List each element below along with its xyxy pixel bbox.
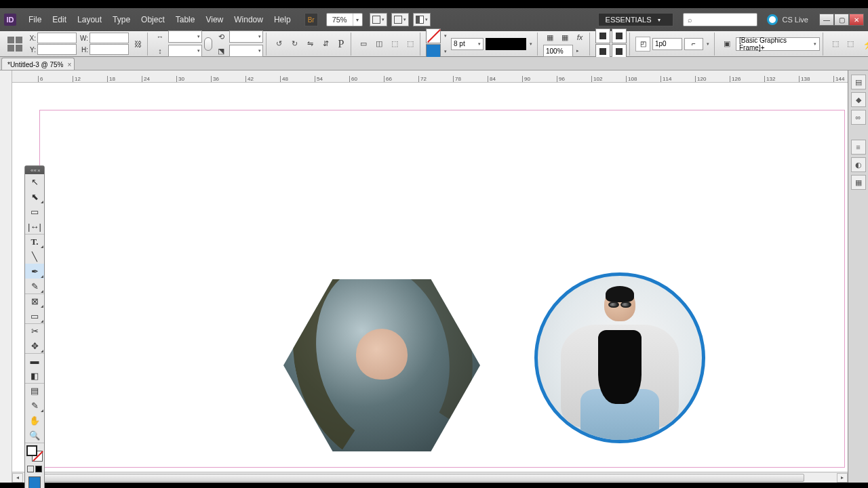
selection-tool[interactable]: ↖: [25, 174, 44, 189]
gradient-swatch-tool[interactable]: ▬: [25, 353, 44, 368]
gradient-feather-tool[interactable]: ◧: [25, 368, 44, 383]
menu-table[interactable]: Table: [170, 12, 201, 27]
canvas[interactable]: [12, 83, 848, 470]
rectangle-frame-tool[interactable]: ⊠: [25, 293, 44, 308]
reference-point-icon[interactable]: [5, 35, 24, 54]
maximize-button[interactable]: ▢: [834, 14, 849, 26]
fit-content-icon[interactable]: ⬚: [829, 37, 842, 51]
hexagon-image-frame[interactable]: [283, 279, 480, 451]
menu-view[interactable]: View: [200, 12, 229, 27]
color-panel-icon[interactable]: ◐: [851, 157, 866, 172]
gap-tool[interactable]: |↔|: [25, 219, 44, 234]
document-tab[interactable]: *Untitled-3 @ 75% ×: [1, 58, 75, 70]
vertical-ruler[interactable]: [0, 70, 12, 483]
type-tool[interactable]: T.: [25, 234, 44, 249]
layers-panel-icon[interactable]: ◆: [851, 92, 866, 107]
free-transform-tool[interactable]: ✥: [25, 338, 44, 353]
menu-edit[interactable]: Edit: [47, 12, 72, 27]
corner-shape[interactable]: ⌐: [684, 38, 703, 50]
fill-swatch[interactable]: [426, 28, 441, 43]
eyedropper-tool[interactable]: ✎: [25, 398, 44, 413]
hand-tool[interactable]: ✋: [25, 413, 44, 428]
bridge-button[interactable]: Br: [304, 13, 318, 26]
pages-panel-icon[interactable]: ▤: [851, 75, 866, 89]
quick-apply-icon[interactable]: ⚡: [863, 39, 868, 49]
menu-type[interactable]: Type: [107, 12, 136, 27]
corner-options-icon[interactable]: ◰: [635, 37, 650, 52]
page-tool[interactable]: ▭: [25, 204, 44, 219]
effects-icon[interactable]: ▦: [558, 30, 572, 44]
menu-help[interactable]: Help: [269, 12, 296, 27]
select-prev-icon[interactable]: ⬚: [388, 37, 401, 51]
apply-color[interactable]: [25, 475, 44, 488]
select-next-icon[interactable]: ⬚: [403, 37, 417, 51]
screen-mode-button[interactable]: ▾: [391, 13, 409, 26]
rectangle-tool[interactable]: ▭: [25, 308, 44, 323]
links-panel-icon[interactable]: ∞: [851, 110, 866, 125]
stroke-panel-icon[interactable]: ≡: [851, 140, 866, 155]
pencil-tool[interactable]: ✎: [25, 279, 44, 293]
rotate-input[interactable]: [229, 30, 263, 43]
line-tool[interactable]: ╲: [25, 249, 44, 264]
fit-frame-icon[interactable]: ⬚: [844, 37, 857, 51]
chevron-down-icon[interactable]: ▾: [442, 49, 449, 54]
wrap-none-icon[interactable]: [595, 28, 610, 43]
scale-y-input[interactable]: [168, 45, 202, 57]
close-button[interactable]: ✕: [849, 14, 864, 26]
pen-tool[interactable]: ✒: [25, 264, 44, 279]
menu-layout[interactable]: Layout: [72, 12, 107, 27]
circle-image-frame[interactable]: [534, 272, 705, 443]
workspace-switcher[interactable]: ESSENTIALS: [598, 13, 674, 26]
swatches-panel-icon[interactable]: ▦: [851, 175, 866, 190]
scroll-left-icon[interactable]: ◂: [12, 473, 23, 483]
fill-stroke-toggle[interactable]: [25, 443, 44, 463]
paragraph-p-icon[interactable]: P: [334, 37, 348, 51]
y-input[interactable]: [37, 44, 77, 55]
w-input[interactable]: [90, 33, 129, 43]
scroll-right-icon[interactable]: ▸: [837, 473, 848, 483]
x-input[interactable]: [37, 33, 77, 43]
menu-file[interactable]: File: [23, 12, 47, 27]
note-tool[interactable]: ▤: [25, 383, 44, 398]
chevron-down-icon[interactable]: ▾: [442, 33, 449, 39]
arrange-docs-button[interactable]: ▾: [413, 13, 431, 26]
zoom-tool[interactable]: 🔍: [25, 428, 44, 443]
stroke-weight-input[interactable]: 8 pt▾: [451, 38, 484, 50]
menu-object[interactable]: Object: [136, 12, 170, 27]
horizontal-scrollbar[interactable]: ◂ ▸: [12, 472, 848, 483]
stroke-style[interactable]: [486, 38, 526, 50]
tools-panel-header[interactable]: ««×: [25, 166, 44, 174]
rotate-cw-icon[interactable]: ↻: [288, 37, 301, 51]
cs-live[interactable]: CS Live: [767, 14, 808, 25]
default-colors[interactable]: [25, 463, 44, 475]
scroll-thumb[interactable]: [39, 474, 804, 482]
menu-window[interactable]: Window: [229, 12, 269, 27]
shear-input[interactable]: [229, 45, 263, 57]
scissors-tool[interactable]: ✂: [25, 323, 44, 338]
constrain-scale-icon[interactable]: [204, 37, 212, 51]
search-box[interactable]: ⌕: [683, 13, 757, 26]
rotate-ccw-icon[interactable]: ↺: [272, 37, 285, 51]
close-tab-icon[interactable]: ×: [67, 61, 71, 68]
wrap-bound-icon[interactable]: [612, 28, 627, 43]
chevron-down-icon[interactable]: ▾: [705, 41, 711, 47]
scale-x-input[interactable]: [168, 30, 202, 43]
horizontal-ruler[interactable]: 6 12 18 24 30 36 42 48 54 60 66 72 78 84…: [12, 70, 848, 83]
h-input[interactable]: [90, 44, 129, 55]
object-style-select[interactable]: [Basic Graphics Frame]+▾: [736, 37, 820, 51]
view-options-button[interactable]: ▾: [370, 13, 387, 26]
opacity-input[interactable]: 100%: [543, 45, 573, 57]
direct-selection-tool[interactable]: ⬉: [25, 189, 44, 204]
minimize-button[interactable]: —: [819, 14, 834, 26]
zoom-level[interactable]: 75% ▾: [326, 13, 363, 26]
corner-radius-input[interactable]: 1p0: [652, 38, 682, 50]
flip-h-icon[interactable]: ⇋: [303, 37, 317, 51]
chevron-right-icon[interactable]: ▸: [574, 48, 581, 54]
flip-v-icon[interactable]: ⇵: [319, 37, 332, 51]
chevron-down-icon[interactable]: ▾: [528, 41, 534, 47]
fx-icon[interactable]: fx: [573, 30, 587, 44]
select-content-icon[interactable]: ◫: [372, 37, 386, 51]
select-container-icon[interactable]: ▭: [357, 37, 370, 51]
search-input[interactable]: [696, 16, 750, 24]
constrain-proportions-icon[interactable]: ⛓: [131, 37, 144, 51]
